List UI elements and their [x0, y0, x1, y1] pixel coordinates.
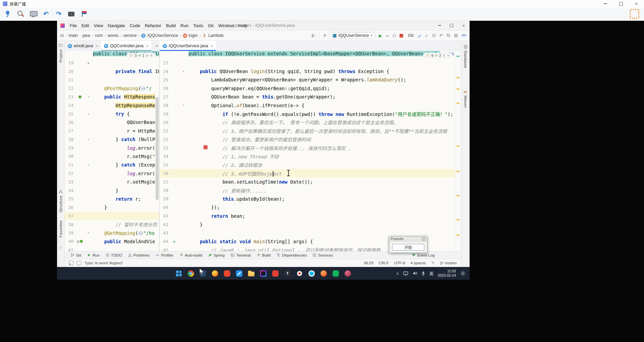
- taskbar-icon-qq[interactable]: [308, 269, 316, 278]
- favorites-star-icon[interactable]: ☆: [57, 245, 64, 250]
- line-number[interactable]: 23: [65, 94, 75, 99]
- taskbar-icon-intellij-idea[interactable]: [259, 269, 268, 278]
- breadcrumb-item[interactable]: java: [83, 33, 90, 38]
- menu-file[interactable]: File: [67, 23, 79, 28]
- notification-badge[interactable]: 1: [460, 271, 466, 276]
- toolwindow-event-log[interactable]: Event Log: [409, 253, 437, 257]
- redo-icon[interactable]: ↷: [54, 10, 63, 18]
- line-number[interactable]: 19: [65, 60, 75, 65]
- taskbar-icon-windows-start[interactable]: [175, 269, 183, 278]
- code-line[interactable]: 25 LambdaQueryWrapper<QQUserBean> queryW…: [160, 76, 455, 84]
- toolwindow-todo[interactable]: TODO: [103, 253, 125, 257]
- line-number[interactable]: 28: [160, 103, 170, 108]
- breadcrumb-item[interactable]: rc: [60, 33, 64, 38]
- breadcrumb-item[interactable]: service: [123, 33, 137, 38]
- error-stripe[interactable]: [455, 51, 461, 251]
- spring-bean-icon[interactable]: [78, 95, 82, 98]
- ide-close-button[interactable]: ×: [458, 21, 470, 30]
- ime-indicator[interactable]: 英: [429, 271, 433, 276]
- line-number[interactable]: 24: [65, 103, 75, 108]
- next-issue-icon[interactable]: ∨: [447, 54, 449, 57]
- code-line[interactable]: 30 // 高级程序员，要优化一下。 思考一个问题，上面在登录成功这个是主业务流…: [160, 118, 455, 127]
- app-close-button[interactable]: ×: [629, 0, 644, 7]
- stripe-mark[interactable]: [457, 145, 460, 147]
- code-line[interactable]: 38 // 更新操作......: [160, 186, 455, 195]
- breadcrumb-item[interactable]: main: [69, 33, 78, 38]
- code-line[interactable]: 33 r.setMsg(e: [65, 178, 159, 186]
- tab-qqcontroller-java[interactable]: CQQController.java×: [101, 41, 151, 51]
- stripe-mark[interactable]: [457, 88, 460, 90]
- taskbar-icon-red-dot-app[interactable]: [296, 269, 304, 278]
- line-number[interactable]: 30: [160, 120, 170, 125]
- code-line[interactable]: 24 HttpResponseRe: [65, 101, 159, 110]
- file-encoding[interactable]: UTF-8: [394, 261, 405, 265]
- breadcrumb-item[interactable]: CIQQUserService: [141, 33, 178, 38]
- tab-list-chevron-icon[interactable]: ▾: [154, 44, 160, 48]
- menu-view[interactable]: View: [91, 23, 105, 28]
- commit-icon[interactable]: ✓: [425, 33, 429, 38]
- stripe-mark[interactable]: [457, 219, 460, 220]
- maven-toolwindow[interactable]: m Maven: [461, 90, 470, 108]
- code-line[interactable]: 23▾ public HttpRespons: [65, 93, 159, 101]
- taskbar-icon-vscode[interactable]: [235, 269, 244, 278]
- inspections-widget[interactable]: ⚠6≈2∧∨: [423, 53, 452, 58]
- line-separator[interactable]: CRLF: [379, 261, 389, 265]
- line-number[interactable]: 35: [160, 162, 170, 167]
- line-number[interactable]: 21: [65, 77, 75, 82]
- editor-pane-iqquserservice[interactable]: public class IQQUserService extends Serv…: [160, 51, 455, 251]
- line-number[interactable]: 39: [65, 230, 75, 235]
- line-number[interactable]: 28: [65, 137, 75, 142]
- close-icon[interactable]: ×: [210, 44, 213, 49]
- line-number[interactable]: 37: [65, 213, 75, 218]
- line-number[interactable]: 32: [160, 137, 170, 142]
- code-line[interactable]: 27 r = HttpRe: [65, 127, 159, 135]
- line-number[interactable]: 37: [160, 180, 170, 185]
- taskbar-clock[interactable]: 11:03 2023-02-24: [438, 269, 456, 278]
- fold-icon[interactable]: ▾: [88, 138, 89, 141]
- taskbar-icon-chrome[interactable]: [187, 269, 195, 278]
- menu-edit[interactable]: Edit: [79, 23, 91, 28]
- line-number[interactable]: 33: [65, 180, 75, 185]
- line-number[interactable]: 32: [65, 171, 75, 176]
- code-line[interactable]: 41 return bean;: [160, 212, 455, 220]
- toolwindow-problems[interactable]: Problems: [125, 253, 153, 257]
- prev-issue-icon[interactable]: ∧: [443, 54, 445, 57]
- stripe-mark[interactable]: [457, 77, 460, 78]
- code-line[interactable]: 40@ public ModelAndVie: [65, 237, 159, 246]
- run-method-icon[interactable]: ▶: [173, 240, 175, 243]
- app-maximize-button[interactable]: [613, 0, 629, 7]
- zoom-icon[interactable]: [16, 10, 25, 18]
- menu-code[interactable]: Code: [127, 23, 143, 28]
- code-line[interactable]: 39 this.updateById(bean);: [160, 195, 455, 203]
- search-everywhere-icon[interactable]: [446, 33, 450, 38]
- code-line[interactable]: 31▾ } catch (Excep: [65, 161, 159, 169]
- fold-icon[interactable]: ▾: [88, 95, 89, 98]
- fold-icon[interactable]: ▾: [182, 70, 184, 73]
- taskbar-icon-firefox[interactable]: [211, 269, 219, 278]
- microphone-icon[interactable]: [422, 271, 425, 276]
- code-line[interactable]: 38 // 暂时不考虑分页: [65, 220, 159, 228]
- display-icon[interactable]: [403, 271, 408, 276]
- code-line[interactable]: 32 log.error(: [65, 169, 159, 178]
- toolwindow-auto-build[interactable]: Auto-build: [177, 253, 205, 257]
- close-icon[interactable]: ×: [146, 44, 149, 49]
- run-button[interactable]: ▶: [379, 33, 382, 38]
- code-with-me-icon[interactable]: [311, 33, 316, 38]
- fold-icon[interactable]: ▾: [88, 163, 89, 166]
- code-line[interactable]: 40 });: [160, 203, 455, 212]
- ide-maximize-button[interactable]: [445, 21, 458, 30]
- line-number[interactable]: 30: [65, 154, 75, 159]
- line-number[interactable]: 42: [160, 222, 170, 227]
- breadcrumb-item[interactable]: com: [95, 33, 103, 38]
- line-number[interactable]: 40: [160, 205, 170, 210]
- line-number[interactable]: 23: [160, 60, 170, 65]
- line-number[interactable]: 33: [160, 145, 170, 150]
- build-project-icon[interactable]: [323, 34, 326, 38]
- fold-icon[interactable]: ▾: [88, 231, 89, 234]
- line-number[interactable]: 38: [160, 188, 170, 193]
- close-icon[interactable]: ×: [96, 44, 98, 49]
- menu-navigate[interactable]: Navigate: [105, 23, 127, 28]
- code-line[interactable]: 21: [65, 76, 159, 84]
- line-number[interactable]: 34: [65, 188, 75, 193]
- menu-build[interactable]: Build: [164, 23, 178, 28]
